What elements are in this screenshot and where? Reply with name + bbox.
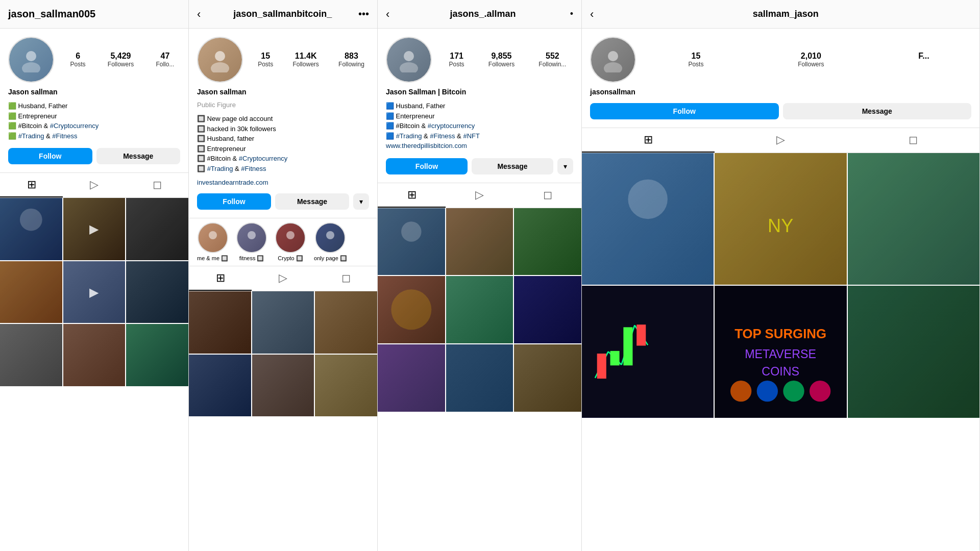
- panel3-dropdown-button[interactable]: ▾: [557, 158, 573, 174]
- panel4-stats: 15 Posts 2,010 Followers F...: [646, 52, 971, 68]
- svg-point-12: [404, 51, 414, 61]
- highlight-mememe[interactable]: me & me 🔲: [197, 222, 228, 262]
- svg-rect-16: [446, 208, 513, 276]
- panel4-grid-5[interactable]: TOP SURGING METAVERSE COINS: [715, 286, 846, 417]
- grid-cell-4[interactable]: [0, 261, 62, 323]
- svg-point-9: [248, 231, 256, 239]
- panel3-tab-reels[interactable]: ▷: [446, 183, 513, 208]
- panel4-action-buttons: Follow Message: [590, 103, 971, 119]
- panel2-bio: 🔲 New page old account 🔲 hacked in 30k f…: [197, 114, 369, 173]
- panel3-grid-7[interactable]: [378, 344, 445, 412]
- panel4-grid-2[interactable]: NY: [715, 153, 846, 285]
- panel3-grid-3[interactable]: [514, 208, 581, 276]
- panel2-grid-5[interactable]: [252, 355, 314, 417]
- panel4-profile: 15 Posts 2,010 Followers F... jasonsallm…: [582, 29, 979, 128]
- panel4-username: sallmam_jason: [600, 9, 971, 19]
- svg-point-21: [628, 180, 667, 219]
- panel4-display-name: jasonsallman: [590, 88, 971, 96]
- panel2-grid-3[interactable]: [315, 291, 377, 354]
- panel4-grid-3[interactable]: [848, 153, 979, 285]
- panel2-message-button[interactable]: Message: [275, 193, 349, 210]
- panel2-highlights: me & me 🔲 fitness 🔲 Crypto 🔲: [189, 218, 377, 266]
- svg-rect-4: [126, 198, 188, 260]
- panel4-grid-1[interactable]: [582, 153, 714, 285]
- panel2-grid-4[interactable]: [189, 355, 251, 417]
- panel3-grid-9[interactable]: [514, 344, 581, 412]
- panel2-tab-bar: ⊞ ▷ ◻: [189, 266, 377, 291]
- panel1-tab-tagged[interactable]: ◻: [126, 173, 188, 197]
- panel3-stat-followers: 9,855 Followers: [488, 52, 514, 68]
- panel4-grid-6[interactable]: [848, 286, 979, 417]
- panel2-tab-reels[interactable]: ▷: [252, 266, 314, 291]
- panel4-tab-tagged[interactable]: ◻: [847, 128, 979, 153]
- panel4-avatar: [590, 37, 636, 83]
- panel3-grid-2[interactable]: [446, 208, 513, 276]
- panel3-tab-grid[interactable]: ⊞: [378, 183, 446, 208]
- panel2-grid-2[interactable]: [252, 291, 314, 354]
- panel3-tab-tagged[interactable]: ◻: [513, 183, 581, 208]
- grid-cell-7[interactable]: [0, 324, 62, 386]
- panel1-follow-button[interactable]: Follow: [8, 148, 92, 164]
- svg-point-17: [391, 290, 431, 330]
- grid-cell-6[interactable]: [126, 261, 188, 323]
- panel4-grid-4[interactable]: [582, 286, 714, 417]
- grid-cell-2[interactable]: ▶: [63, 198, 126, 260]
- panel4-stat-posts: 15 Posts: [688, 52, 703, 68]
- panel1-image-grid: ▶ ▶: [0, 198, 188, 551]
- panel4-message-button[interactable]: Message: [783, 103, 972, 119]
- panel4-back-button[interactable]: ‹: [590, 8, 594, 21]
- svg-text:TOP SURGING: TOP SURGING: [735, 327, 827, 341]
- panel2-tab-grid[interactable]: ⊞: [189, 266, 252, 291]
- panel2-username: jason_sallmanbitcoin_: [207, 9, 358, 19]
- grid-cell-8[interactable]: [63, 324, 126, 386]
- panel1-profile-top: 6 Posts 5,429 Followers 47 Follo...: [8, 37, 180, 83]
- panel1-stats: 6 Posts 5,429 Followers 47 Follo...: [64, 52, 180, 68]
- panel1-stat-following: 47 Follo...: [156, 52, 174, 68]
- svg-point-11: [326, 231, 334, 239]
- panel3-message-button[interactable]: Message: [472, 158, 553, 174]
- panel1-tab-reels[interactable]: ▷: [63, 173, 126, 197]
- panel2-grid-6[interactable]: [315, 355, 377, 417]
- panel2-follow-button[interactable]: Follow: [197, 193, 271, 210]
- svg-point-0: [26, 51, 36, 61]
- panel3-grid-6[interactable]: [514, 276, 581, 343]
- grid-cell-5[interactable]: ▶: [63, 261, 126, 323]
- panel3-more-button[interactable]: •: [570, 9, 573, 19]
- panel3-website[interactable]: www.theredpillisbitcion.com: [386, 141, 573, 151]
- panel3-avatar: [386, 37, 432, 83]
- highlight-crypto[interactable]: Crypto 🔲: [275, 222, 306, 262]
- svg-point-13: [400, 62, 418, 72]
- panel2-tab-tagged[interactable]: ◻: [314, 266, 377, 291]
- panel2-more-button[interactable]: •••: [358, 8, 369, 20]
- grid-cell-1[interactable]: [0, 198, 62, 260]
- highlight-onlypage[interactable]: only page 🔲: [314, 222, 347, 262]
- grid-cell-3[interactable]: [126, 198, 188, 260]
- highlight-circle-4: [315, 222, 346, 253]
- svg-point-7: [211, 62, 229, 72]
- grid-cell-9[interactable]: [126, 324, 188, 386]
- panel4-tab-reels[interactable]: ▷: [715, 128, 847, 153]
- panel-4: ‹ sallmam_jason 15 Posts 2,010: [582, 0, 980, 551]
- panel1-header: jason_sallman005: [0, 0, 188, 29]
- panel4-follow-button[interactable]: Follow: [590, 103, 779, 119]
- panel3-follow-button[interactable]: Follow: [386, 158, 468, 174]
- highlight-fitness[interactable]: fitness 🔲: [236, 222, 267, 262]
- panel2-avatar: [197, 37, 243, 83]
- panel2-grid-1[interactable]: [189, 291, 251, 354]
- panel2-dropdown-button[interactable]: ▾: [353, 193, 369, 210]
- reels-icon-2: ▷: [279, 271, 287, 285]
- panel1-tab-grid[interactable]: ⊞: [0, 173, 63, 197]
- panel-2: ‹ jason_sallmanbitcoin_ ••• 15 Posts: [189, 0, 378, 551]
- panel3-grid-4[interactable]: [378, 276, 445, 343]
- panel3-back-button[interactable]: ‹: [386, 8, 389, 21]
- panel1-message-button[interactable]: Message: [96, 148, 181, 164]
- panel3-action-buttons: Follow Message ▾: [386, 158, 573, 174]
- panel2-website[interactable]: investandearntrade.com: [197, 179, 369, 186]
- panel3-grid-1[interactable]: [378, 208, 445, 276]
- panel1-avatar: [8, 37, 54, 83]
- panel3-grid-8[interactable]: [446, 344, 513, 412]
- panel4-tab-grid[interactable]: ⊞: [582, 128, 715, 153]
- panel3-grid-5[interactable]: [446, 276, 513, 343]
- panel2-back-button[interactable]: ‹: [197, 8, 201, 21]
- svg-point-38: [730, 381, 751, 402]
